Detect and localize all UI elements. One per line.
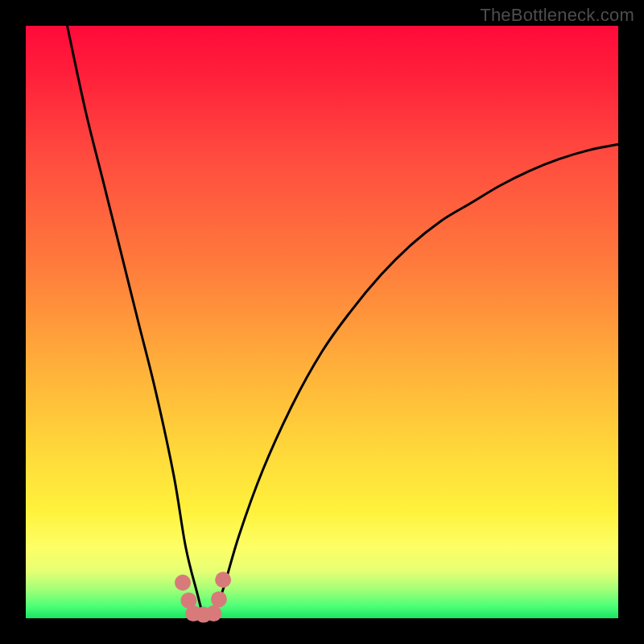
marker-group: [175, 572, 231, 622]
trough-marker: [215, 572, 231, 588]
trough-marker: [211, 591, 227, 607]
trough-marker: [175, 575, 191, 591]
trough-marker: [205, 605, 221, 621]
plot-area: [26, 26, 618, 618]
chart-frame: TheBottleneck.com: [0, 0, 644, 644]
bottleneck-curve: [68, 26, 619, 618]
curve-layer: [26, 26, 618, 618]
watermark-text: TheBottleneck.com: [480, 5, 634, 26]
